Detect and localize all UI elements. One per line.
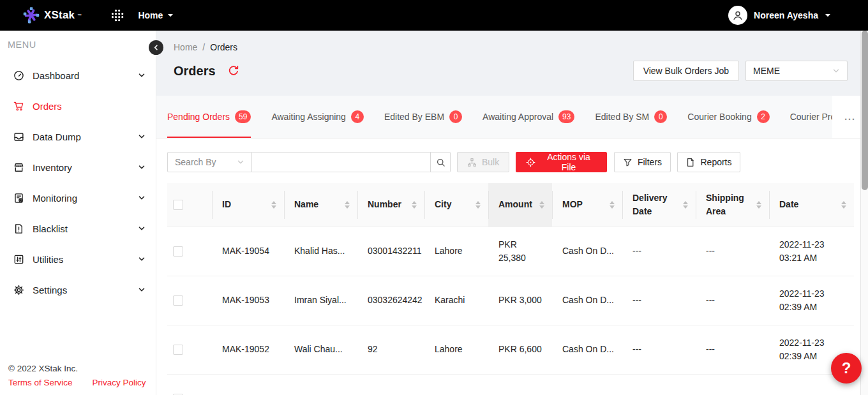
row-checkbox[interactable] [173, 295, 183, 306]
shop-icon [13, 162, 24, 173]
search-by-value: Search By [175, 157, 216, 167]
tab-courier-processing[interactable]: Courier Processing [790, 96, 832, 138]
cell-shipping-area: --- [696, 325, 769, 374]
xstak-logo-icon [23, 7, 40, 24]
cell-id: MAK-19053 [212, 276, 284, 325]
sort-icon[interactable] [345, 201, 350, 209]
sort-icon[interactable] [271, 201, 276, 209]
brand-name: XStak [44, 9, 75, 22]
search-icon[interactable] [431, 152, 451, 172]
vertical-scrollbar[interactable] [860, 31, 868, 395]
tabs-list: Pending Orders59Awaiting Assigning4Edite… [156, 96, 832, 138]
cell-amount [488, 374, 552, 395]
monitor-icon [13, 193, 24, 204]
filter-funnel-icon [623, 158, 632, 167]
row-checkbox[interactable] [173, 246, 183, 257]
tab-edited-by-sm[interactable]: Edited By SM0 [595, 96, 667, 138]
reports-label: Reports [700, 157, 731, 167]
cell-mop: Cash On D... [552, 227, 622, 276]
brand[interactable]: XStak™ [23, 7, 82, 24]
table-body: MAK-19054Khalid Has...03001432211LahoreP… [167, 227, 854, 395]
tab-pending-orders[interactable]: Pending Orders59 [167, 96, 251, 138]
sort-icon[interactable] [683, 201, 688, 209]
tab-courier-booking[interactable]: Courier Booking2 [687, 96, 769, 138]
bulk-button[interactable]: Bulk [457, 152, 509, 172]
cell-amount: PKR 25,380 [488, 227, 552, 276]
sort-icon[interactable] [841, 201, 846, 209]
reports-button[interactable]: Reports [677, 152, 740, 172]
file-alert-icon [13, 223, 24, 234]
sort-icon[interactable] [475, 201, 481, 209]
tab-label: Courier Booking [687, 112, 751, 122]
select-all-checkbox[interactable] [173, 200, 183, 210]
sort-icon[interactable] [610, 201, 615, 209]
sidebar-item-orders[interactable]: Orders [0, 91, 156, 121]
cell-delivery-date: --- [622, 276, 696, 325]
sort-icon[interactable] [539, 201, 544, 209]
filters-button[interactable]: Filters [614, 152, 671, 172]
sidebar-item-label: Orders [33, 101, 146, 112]
cell-amount: PKR 3,000 [488, 276, 552, 325]
aim-icon [526, 158, 535, 167]
cell-name: Wali Chau... [284, 325, 357, 374]
apps-grid-icon[interactable] [111, 9, 124, 22]
sidebar-item-data-dump[interactable]: Data Dump [0, 121, 156, 152]
user-name: Noreen Ayesha [754, 10, 818, 20]
refresh-icon[interactable] [228, 65, 239, 77]
privacy-policy-link[interactable]: Privacy Policy [93, 378, 146, 387]
sidebar-nav: DashboardOrdersData DumpInventoryMonitor… [0, 60, 156, 305]
cell-date: 2022-11-23 03:21 AM [769, 227, 854, 276]
search-input[interactable] [252, 152, 431, 172]
tab-count-badge: 4 [351, 110, 364, 123]
help-button[interactable]: ? [831, 353, 862, 384]
tab-label: Pending Orders [167, 112, 230, 122]
orders-card: Pending Orders59Awaiting Assigning4Edite… [156, 96, 868, 395]
user-menu[interactable]: Noreen Ayesha [728, 6, 831, 25]
cell-city: Karachi [424, 276, 488, 325]
column-header-city[interactable]: City [424, 183, 488, 227]
cell-number: 03032624242 [357, 276, 424, 325]
actions-via-file-button[interactable]: Actions via File [516, 152, 607, 172]
cell-name [284, 374, 357, 395]
workspace-select[interactable]: MEME [745, 61, 848, 81]
tabs-bar: Pending Orders59Awaiting Assigning4Edite… [156, 96, 868, 138]
sort-icon[interactable] [412, 201, 417, 209]
dashboard-icon [13, 70, 24, 81]
terms-of-service-link[interactable]: Terms of Service [8, 378, 73, 387]
inbox-icon [13, 131, 24, 142]
view-bulk-orders-job-button[interactable]: View Bulk Orders Job [633, 61, 739, 81]
sort-icon[interactable] [756, 201, 761, 209]
column-header-number[interactable]: Number [357, 183, 424, 227]
nav-home-menu[interactable]: Home [138, 10, 174, 20]
sidebar-item-label: Inventory [33, 162, 138, 173]
chevron-down-icon [138, 255, 146, 263]
column-header-shipping-area[interactable]: Shipping Area [696, 183, 769, 227]
sidebar-item-monitoring[interactable]: Monitoring [0, 183, 156, 213]
column-header-delivery-date[interactable]: Delivery Date [622, 183, 696, 227]
sidebar-item-blacklist[interactable]: Blacklist [0, 213, 156, 244]
tab-awaiting-assigning[interactable]: Awaiting Assigning4 [271, 96, 363, 138]
breadcrumb-home[interactable]: Home [174, 42, 197, 52]
column-header-id[interactable]: ID [212, 183, 284, 227]
cell-id: MAK-19054 [212, 227, 284, 276]
row-checkbox[interactable] [173, 345, 183, 355]
search-by-select[interactable]: Search By [167, 152, 252, 172]
sidebar-item-dashboard[interactable]: Dashboard [0, 60, 156, 91]
sidebar-item-settings[interactable]: Settings [0, 274, 156, 305]
sidebar-item-inventory[interactable]: Inventory [0, 152, 156, 183]
nav-home-label: Home [138, 10, 163, 20]
page-title: Orders [174, 64, 216, 78]
scrollbar-thumb[interactable] [862, 31, 868, 190]
main-content: Home / Orders Orders View Bulk Orders Jo… [156, 31, 868, 395]
back-button[interactable] [149, 40, 163, 55]
cell-mop: Cash On D... [552, 325, 622, 374]
table-row: MAK-19054Khalid Has...03001432211LahoreP… [167, 227, 854, 276]
sidebar-item-utilities[interactable]: Utilities [0, 244, 156, 274]
tab-edited-by-ebm[interactable]: Edited By EBM0 [384, 96, 462, 138]
tab-awaiting-approval[interactable]: Awaiting Approval93 [483, 96, 574, 138]
column-header-mop[interactable]: MOP [552, 183, 622, 227]
table-row: MAK-19052Wali Chau...92LahorePKR 6,600Ca… [167, 325, 854, 374]
column-header-name[interactable]: Name [284, 183, 357, 227]
column-header-amount[interactable]: Amount [488, 183, 552, 227]
column-header-date[interactable]: Date [769, 183, 854, 227]
